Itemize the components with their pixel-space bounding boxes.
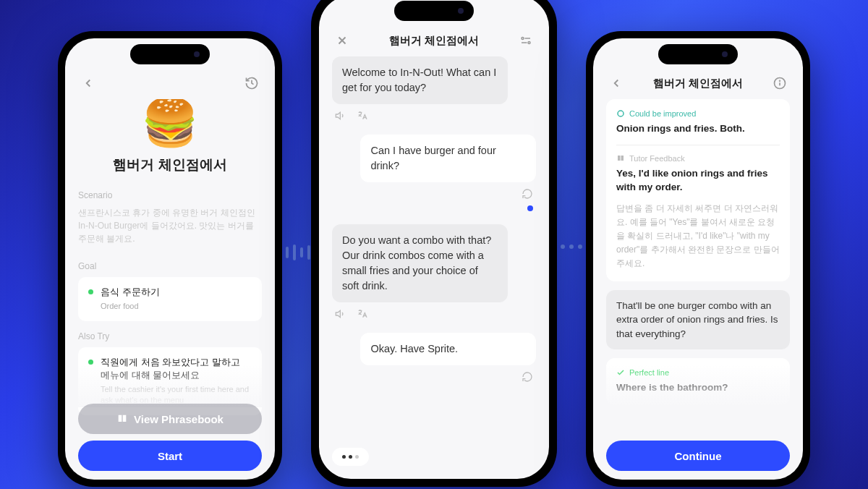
phone-scenario: 🍔 햄버거 체인점에서 Scenario 샌프란시스코 휴가 중에 유명한 버거…: [58, 31, 282, 487]
close-icon[interactable]: [333, 32, 351, 49]
svg-point-11: [618, 111, 624, 116]
tutor-text: Yes, I'd like onion rings and fries with…: [616, 167, 780, 195]
phone-feedback: 햄버거 체인점에서 Could be improved Onion rings …: [586, 31, 810, 487]
svg-marker-7: [336, 310, 340, 317]
perfect-text: Where is the bathroom?: [616, 381, 780, 395]
translate-icon[interactable]: [357, 110, 368, 122]
svg-point-4: [528, 42, 530, 44]
continue-label: Continue: [675, 450, 722, 462]
continue-button[interactable]: Continue: [606, 441, 790, 471]
back-icon[interactable]: [80, 75, 97, 92]
ai-message: Welcome to In-N-Out! What can I get for …: [332, 56, 508, 104]
start-label: Start: [158, 450, 182, 462]
goal-card[interactable]: 음식 주문하기 Order food: [78, 277, 262, 321]
ai-message: Do you want a combo with that? Our drink…: [332, 224, 508, 302]
svg-point-2: [522, 38, 524, 40]
retry-icon[interactable]: [522, 371, 533, 383]
perfect-tag-label: Perfect line: [629, 368, 669, 377]
svg-marker-6: [336, 112, 340, 119]
back-icon[interactable]: [608, 75, 625, 92]
ai-reply: That'll be one burger combo with an extr…: [606, 290, 790, 350]
perfect-tag: Perfect line: [616, 368, 780, 377]
retry-icon[interactable]: [522, 188, 533, 200]
tutor-tag: Tutor Feedback: [616, 154, 780, 163]
user-message: Can I have burger and four drink?: [360, 135, 536, 182]
svg-point-10: [780, 80, 780, 81]
goal-sub-text: Order food: [101, 301, 160, 312]
bullet-icon: [88, 360, 93, 365]
goal-main-text: 음식 주문하기: [101, 286, 160, 299]
goal-label: Goal: [78, 261, 262, 271]
phrasebook-label: View Phrasebook: [134, 413, 224, 425]
phone-notch: [394, 1, 474, 21]
chat-title: 햄버거 체인점에서: [352, 34, 516, 48]
translate-icon[interactable]: [357, 308, 368, 320]
alsotry-label: Also Try: [78, 331, 262, 341]
phone-chat: 햄버거 체인점에서 Welcome to In-N-Out! What can …: [311, 0, 557, 487]
history-icon[interactable]: [243, 75, 260, 92]
user-message: Okay. Have Sprite.: [360, 333, 536, 365]
speaker-icon[interactable]: [335, 308, 346, 320]
scenario-description: 샌프란시스코 휴가 중에 유명한 버거 체인점인 In-N-Out Burger…: [78, 206, 262, 245]
feedback-card[interactable]: Could be improved Onion rings and fries.…: [606, 99, 790, 281]
scenario-title: 햄버거 체인점에서: [78, 156, 262, 174]
tutor-korean: 답변을 좀 더 자세히 써주면 더 자연스러워요. 예를 들어 "Yes"를 붙…: [616, 202, 780, 271]
scenario-emoji: 🍔: [78, 99, 262, 156]
decorative-bars-left: [286, 244, 310, 260]
alsotry-main-text: 직원에게 처음 와보았다고 말하고 메뉴에 대해 물어보세요: [101, 356, 252, 382]
info-icon[interactable]: [771, 75, 788, 92]
improve-tag-label: Could be improved: [629, 109, 696, 118]
improve-text: Onion rings and fries. Both.: [616, 122, 780, 136]
perfect-card[interactable]: Perfect line Where is the bathroom?: [606, 358, 790, 405]
tutor-tag-label: Tutor Feedback: [629, 154, 685, 163]
bullet-icon: [88, 289, 93, 294]
phone-notch: [658, 44, 738, 64]
start-button[interactable]: Start: [78, 441, 262, 471]
speaker-icon[interactable]: [335, 110, 346, 122]
phone-notch: [130, 44, 210, 64]
scenario-label: Scenario: [78, 190, 262, 200]
view-phrasebook-button[interactable]: View Phrasebook: [78, 404, 262, 434]
typing-indicator: [332, 448, 369, 466]
feedback-title: 햄버거 체인점에서: [626, 77, 770, 90]
improve-tag: Could be improved: [616, 109, 780, 118]
settings-icon[interactable]: [517, 32, 535, 49]
loading-indicator: [527, 205, 533, 211]
